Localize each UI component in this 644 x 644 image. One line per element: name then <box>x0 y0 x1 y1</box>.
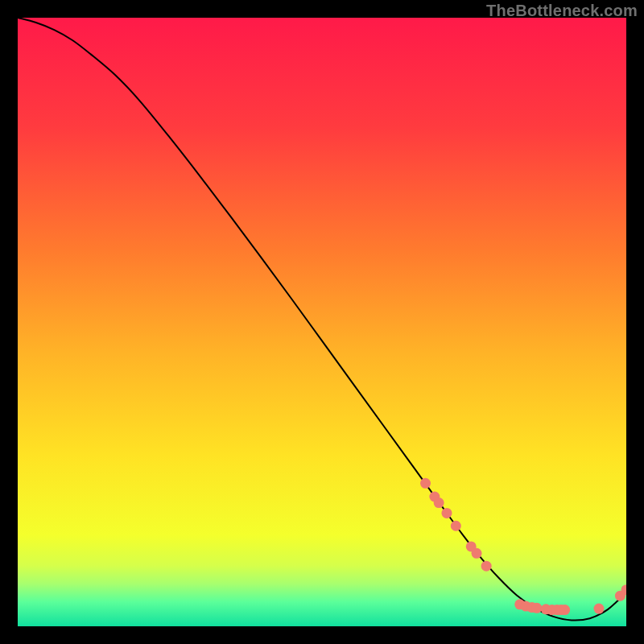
data-point <box>434 497 444 508</box>
watermark-label: TheBottleneck.com <box>486 2 638 20</box>
gradient-background <box>18 18 626 626</box>
data-point <box>559 605 570 615</box>
data-point <box>531 603 542 613</box>
chart-stage: TheBottleneck.com <box>0 0 644 644</box>
data-point <box>420 478 431 489</box>
data-point <box>451 521 461 531</box>
data-point <box>481 561 492 572</box>
data-point <box>441 508 452 518</box>
data-point <box>472 548 482 559</box>
chart-svg <box>18 18 626 626</box>
data-point <box>593 604 604 614</box>
